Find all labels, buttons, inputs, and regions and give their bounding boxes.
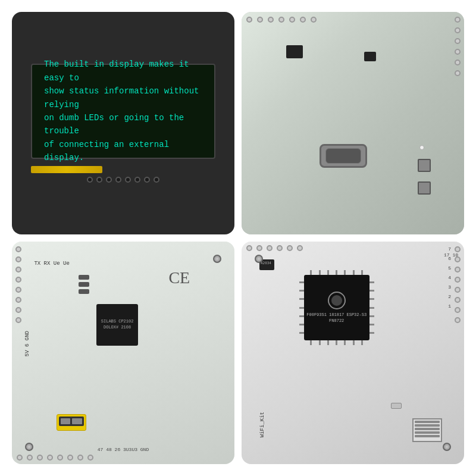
smd-chip-2 — [364, 52, 376, 61]
pcb-hole — [144, 177, 150, 183]
oled-display-text: The built in display makes it easy to sh… — [44, 58, 202, 164]
pcb-board-cp2102: TX RX Ue Ue 5V 6 GND CE SILABS CP2102 DO… — [12, 242, 234, 464]
pin-2 — [72, 418, 82, 424]
pin — [369, 332, 374, 334]
wifi-kit-label: WiFi_Kit — [259, 412, 265, 437]
pcb-hole — [125, 177, 131, 183]
pcb-hole — [15, 246, 21, 252]
pcb-hole — [106, 177, 112, 183]
pcb-board-usbc — [242, 12, 464, 234]
pcb-hole — [15, 256, 21, 262]
pcb-hole — [37, 455, 43, 461]
pcb-hole — [455, 49, 461, 55]
pcb-hole — [455, 307, 461, 313]
pin — [369, 324, 374, 325]
pin-labels-tx-rx: TX RX Ue Ue — [34, 259, 69, 268]
pcb-hole — [268, 17, 274, 23]
usb-c-opening — [325, 148, 361, 164]
pin-numbers-right: 7 6 5 4 3 2 1 — [448, 242, 451, 464]
pcb-hole — [300, 17, 306, 23]
esp32s3-ic-chip: F00F93S1 181817 ESP32-S3 FN8722 — [304, 275, 369, 340]
pcb-hole — [47, 455, 53, 461]
resistor-1 — [79, 275, 89, 280]
holes-top — [242, 245, 464, 251]
pin — [319, 270, 321, 275]
antenna-line — [415, 435, 440, 437]
panel-cp2102: TX RX Ue Ue 5V 6 GND CE SILABS CP2102 DO… — [12, 242, 234, 464]
pcb-hole — [455, 267, 461, 273]
pcb-hole — [278, 17, 284, 23]
holes-bottom — [12, 455, 234, 461]
pin — [299, 332, 304, 334]
pin-numbers-top: 17 10 — [242, 252, 464, 258]
pcb-hole — [57, 455, 63, 461]
jst-battery-connector — [57, 414, 86, 431]
pin — [299, 324, 304, 325]
chip-pins-right — [369, 278, 374, 337]
pcb-hole — [267, 245, 273, 251]
pcb-hole — [15, 277, 21, 283]
pcb-hole — [455, 60, 461, 65]
pcb-hole — [67, 455, 73, 461]
pcb-hole — [15, 267, 21, 273]
pin-num: 2 — [448, 294, 451, 299]
pin — [299, 281, 304, 283]
pin-numbers-bottom: 47 48 26 3U3U3 GND — [12, 447, 234, 452]
holes-right — [455, 242, 461, 464]
panel-esp32: 7 6 5 4 3 2 1 17 10 A2034 — [242, 242, 464, 464]
pcb-hole — [311, 17, 317, 23]
pin — [299, 307, 304, 309]
pcb-hole — [455, 27, 461, 33]
antenna-line — [415, 421, 440, 423]
pcb-hole — [455, 287, 461, 293]
pin — [369, 281, 374, 283]
pin-num: 4 — [448, 275, 451, 280]
pcb-hole — [289, 17, 295, 23]
led-indicator — [419, 145, 424, 150]
pin — [319, 340, 321, 345]
pcb-hole — [154, 177, 159, 183]
pcb-hole — [455, 17, 461, 23]
pcb-hole — [455, 38, 461, 44]
pin-num: 5 — [448, 265, 451, 271]
pcb-hole — [115, 177, 121, 183]
screw-mount-tr — [213, 255, 221, 263]
pcb-hole — [15, 307, 21, 313]
pin — [327, 270, 329, 275]
pin-num: 7 — [448, 246, 451, 252]
pcb-hole — [15, 317, 21, 323]
antenna-line — [415, 424, 440, 427]
pcb-hole — [277, 245, 283, 251]
tactile-button-1 — [418, 159, 431, 172]
pcb-board-esp32: 7 6 5 4 3 2 1 17 10 A2034 — [242, 242, 464, 464]
pcb-hole — [87, 177, 93, 183]
wifi-antenna — [412, 418, 442, 442]
pin — [369, 315, 374, 317]
crystal-oscillator — [391, 403, 402, 409]
holes-top — [242, 12, 464, 27]
pin — [299, 315, 304, 317]
pcb-hole — [77, 455, 83, 461]
pin — [369, 298, 374, 300]
pin-num: 3 — [448, 284, 451, 290]
pcb-hole — [246, 245, 252, 251]
espressif-logo — [328, 292, 346, 309]
antenna-line — [415, 428, 440, 430]
pcb-hole — [297, 245, 303, 251]
pcb-hole — [15, 287, 21, 293]
pcb-hole — [134, 177, 140, 183]
oled-screen: The built in display makes it easy to sh… — [31, 64, 215, 159]
pcb-hole — [455, 277, 461, 283]
holes-right — [455, 12, 461, 234]
connector-pins — [59, 416, 84, 426]
pcb-hole — [15, 297, 21, 303]
pin — [369, 290, 374, 292]
tactile-button-2 — [418, 181, 431, 195]
smd-chip-1 — [286, 45, 303, 58]
ribbon-cable — [31, 166, 102, 173]
antenna-line — [415, 431, 440, 434]
pcb-holes-bottom — [87, 177, 159, 183]
pin — [299, 290, 304, 292]
resistors-cluster — [79, 275, 89, 294]
panel-oled-display: The built in display makes it easy to sh… — [12, 12, 234, 234]
